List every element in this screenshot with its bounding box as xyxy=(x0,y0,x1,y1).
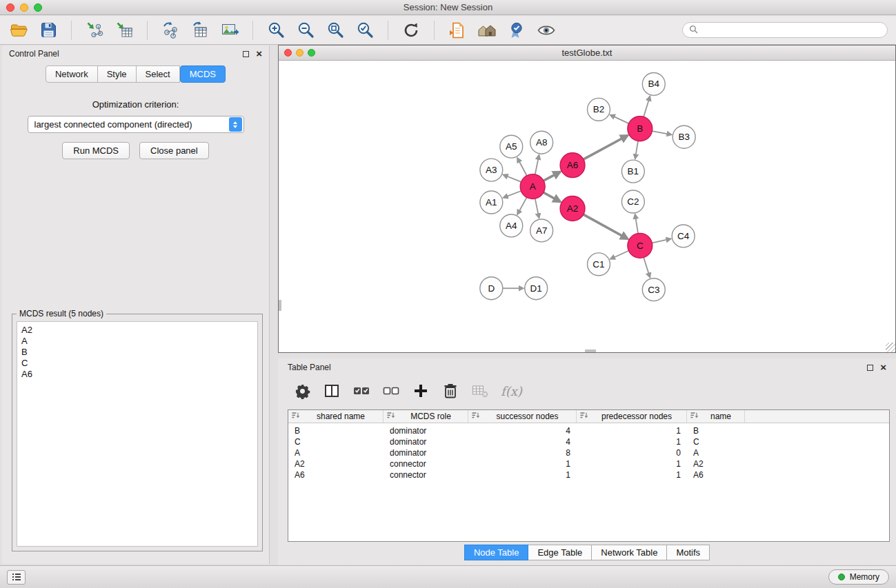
column-header-name[interactable]: name xyxy=(687,410,745,423)
tab-style[interactable]: Style xyxy=(98,65,137,83)
edge-A-A5[interactable] xyxy=(517,158,527,176)
node-B3[interactable]: B3 xyxy=(673,125,695,148)
network-window-titlebar[interactable]: testGlobe.txt xyxy=(279,45,895,61)
save-session-icon[interactable] xyxy=(38,20,59,41)
edge-C-C4[interactable] xyxy=(652,239,670,243)
add-row-icon[interactable] xyxy=(412,382,430,400)
table-row[interactable]: Adominator80A xyxy=(288,447,889,458)
scroll-indicator-left[interactable] xyxy=(279,300,281,311)
column-header-successor-nodes[interactable]: successor nodes xyxy=(468,410,577,423)
edge-A-A7[interactable] xyxy=(535,199,539,218)
run-mcds-button[interactable]: Run MCDS xyxy=(62,142,130,159)
tab-select[interactable]: Select xyxy=(137,65,180,83)
edge-B-B2[interactable] xyxy=(610,115,629,124)
node-B4[interactable]: B4 xyxy=(642,72,665,95)
zoom-out-icon[interactable] xyxy=(295,20,316,41)
network-minimize-button[interactable] xyxy=(296,49,303,57)
show-hide-icon[interactable] xyxy=(536,20,557,41)
float-table-panel-icon[interactable] xyxy=(867,365,873,371)
import-network-icon[interactable] xyxy=(84,20,105,41)
tab-mcds[interactable]: MCDS xyxy=(180,65,226,83)
node-A5[interactable]: A5 xyxy=(500,135,523,158)
edge-A6-B[interactable] xyxy=(584,135,628,159)
node-C2[interactable]: C2 xyxy=(621,190,644,213)
edge-A2-C[interactable] xyxy=(584,214,628,239)
node-C3[interactable]: C3 xyxy=(642,278,665,301)
tab-network-table[interactable]: Network Table xyxy=(592,545,667,560)
node-B1[interactable]: B1 xyxy=(621,160,644,183)
edge-A-A1[interactable] xyxy=(504,191,521,198)
node-C4[interactable]: C4 xyxy=(672,225,695,247)
mcds-result-item[interactable]: B xyxy=(21,347,253,358)
network-close-button[interactable] xyxy=(284,49,292,57)
edge-B-B4[interactable] xyxy=(644,97,650,117)
node-A1[interactable]: A1 xyxy=(480,191,503,214)
node-A7[interactable]: A7 xyxy=(530,219,553,242)
tab-motifs[interactable]: Motifs xyxy=(667,545,710,560)
node-B2[interactable]: B2 xyxy=(587,98,610,121)
delete-row-icon[interactable] xyxy=(441,382,459,400)
close-table-panel-icon[interactable]: × xyxy=(880,364,886,371)
edge-C-C3[interactable] xyxy=(644,258,650,278)
settings-icon[interactable] xyxy=(293,382,311,400)
minimize-window-button[interactable] xyxy=(20,3,28,12)
network-canvas[interactable]: B4B2BB3A5A8A6B1A3AC2A1A2A4A7C4CC1C3DD1 xyxy=(279,61,895,352)
new-network-icon[interactable] xyxy=(160,20,181,41)
edge-B-B1[interactable] xyxy=(635,141,638,159)
delete-table-icon[interactable] xyxy=(471,382,489,400)
mcds-result-item[interactable]: A xyxy=(21,336,253,347)
zoom-fit-icon[interactable] xyxy=(325,20,346,41)
node-A2[interactable]: A2 xyxy=(560,196,585,221)
edge-A-A3[interactable] xyxy=(503,174,521,181)
import-table-icon[interactable] xyxy=(114,20,135,41)
resize-handle[interactable] xyxy=(886,343,895,352)
export-image-icon[interactable] xyxy=(219,20,240,41)
new-table-icon[interactable] xyxy=(190,20,210,41)
node-C[interactable]: C xyxy=(628,233,653,258)
mcds-result-item[interactable]: A6 xyxy=(21,369,253,380)
close-panel-icon[interactable]: × xyxy=(256,50,262,57)
deselect-all-icon[interactable] xyxy=(382,382,400,400)
node-A8[interactable]: A8 xyxy=(530,131,553,154)
node-A[interactable]: A xyxy=(520,174,545,199)
node-A3[interactable]: A3 xyxy=(480,159,503,181)
node-B[interactable]: B xyxy=(628,116,653,141)
zoom-in-icon[interactable] xyxy=(266,20,286,41)
edge-A-A6[interactable] xyxy=(544,172,560,181)
close-panel-button[interactable]: Close panel xyxy=(139,142,209,159)
open-session-icon[interactable] xyxy=(8,20,29,41)
table-row[interactable]: A2connector11A2 xyxy=(288,458,889,469)
float-panel-icon[interactable] xyxy=(243,51,249,57)
function-builder-icon[interactable]: f(x) xyxy=(501,384,522,398)
zoom-selected-icon[interactable] xyxy=(355,20,375,41)
table-row[interactable]: A6connector11A6 xyxy=(288,469,889,480)
column-header-shared-name[interactable]: shared name xyxy=(288,410,384,423)
node-D[interactable]: D xyxy=(480,277,503,300)
node-A6[interactable]: A6 xyxy=(560,153,585,178)
tab-network[interactable]: Network xyxy=(46,65,98,83)
search-field[interactable] xyxy=(682,22,888,38)
search-input[interactable] xyxy=(701,26,881,35)
maximize-window-button[interactable] xyxy=(34,3,42,12)
refresh-icon[interactable] xyxy=(401,20,421,41)
table-row[interactable]: Cdominator41C xyxy=(288,436,889,447)
mcds-result-item[interactable]: A2 xyxy=(21,325,253,336)
home-icon[interactable] xyxy=(477,20,497,41)
criterion-dropdown[interactable]: largest connected component (directed) xyxy=(28,116,244,133)
node-D1[interactable]: D1 xyxy=(525,277,548,300)
columns-icon[interactable] xyxy=(323,382,341,400)
mcds-result-list[interactable]: A2ABCA6 xyxy=(17,321,258,547)
table-row[interactable]: Bdominator41B xyxy=(288,425,889,436)
tab-node-table[interactable]: Node Table xyxy=(464,545,529,560)
edge-A-A8[interactable] xyxy=(535,155,539,174)
select-all-icon[interactable] xyxy=(352,382,370,400)
show-panels-button[interactable] xyxy=(7,570,26,585)
close-window-button[interactable] xyxy=(6,3,14,12)
scroll-indicator-bottom[interactable] xyxy=(585,349,596,352)
edge-C-C1[interactable] xyxy=(610,251,629,259)
edge-A-A4[interactable] xyxy=(517,197,527,214)
mcds-result-item[interactable]: C xyxy=(21,358,253,369)
column-header-MCDS-role[interactable]: MCDS role xyxy=(384,410,468,423)
node-A4[interactable]: A4 xyxy=(500,214,523,237)
edge-B-B3[interactable] xyxy=(652,131,671,134)
